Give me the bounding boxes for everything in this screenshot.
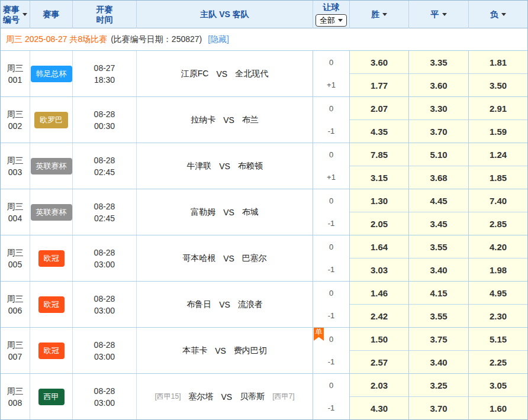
lose-odds-column: 7.40 2.85	[468, 189, 527, 235]
win-odds-line-1[interactable]: 7.85	[350, 143, 408, 166]
win-odds-column: 1.50 2.57	[349, 328, 408, 373]
draw-odds-line-1[interactable]: 4.45	[409, 189, 468, 212]
handicap-cell: 0 -1	[313, 374, 349, 419]
match-rows: 周三 001 韩足总杯 08-27 18:30 江原FC VS 全北现代 0 +…	[1, 50, 527, 419]
draw-odds-line-2[interactable]: 3.45	[409, 212, 468, 235]
draw-odds-line-2[interactable]: 3.55	[409, 304, 468, 327]
match-row: 周三 005 欧冠 08-28 03:00 哥本哈根 VS 巴塞尔 0 -1 1…	[1, 235, 527, 281]
draw-odds-line-1[interactable]: 3.75	[409, 328, 468, 350]
win-odds-line-2[interactable]: 2.57	[350, 350, 408, 373]
lose-odds-line-1[interactable]: 1.81	[469, 51, 527, 73]
win-odds-line-1[interactable]: 1.46	[350, 282, 408, 304]
start-time-cell: 08-27 18:30	[72, 51, 136, 96]
header-draw[interactable]: 平	[408, 1, 468, 28]
match-day: 周三	[7, 385, 24, 397]
handicap-cell: 0 -1	[313, 189, 349, 235]
draw-odds-line-1[interactable]: 3.30	[409, 97, 468, 119]
league-badge: 欧冠	[38, 296, 65, 313]
match-time: 03:00	[94, 351, 115, 363]
match-date: 08-28	[94, 201, 115, 212]
draw-odds-line-1[interactable]: 3.25	[409, 374, 468, 396]
lose-odds-line-1[interactable]: 2.91	[469, 97, 527, 119]
match-date: 08-28	[94, 293, 115, 305]
win-odds-line-1[interactable]: 1.50	[350, 328, 408, 350]
win-odds-line-1[interactable]: 2.03	[350, 374, 408, 396]
match-day: 周三	[7, 201, 24, 212]
draw-odds-line-2[interactable]: 3.70	[409, 396, 468, 419]
draw-odds-line-2[interactable]: 3.60	[409, 73, 468, 96]
win-odds-line-1[interactable]: 1.30	[350, 189, 408, 212]
lose-odds-line-2[interactable]: 1.59	[469, 119, 527, 143]
handicap-cell: 0 +1	[313, 143, 349, 189]
match-row: 周三 003 英联赛杯 08-28 02:45 牛津联 VS 布赖顿 0 +1 …	[1, 143, 527, 189]
match-day: 周三	[7, 62, 24, 74]
draw-odds-line-1[interactable]: 3.55	[409, 235, 468, 258]
teams-cell: 布鲁日 VS 流浪者	[136, 282, 313, 327]
lose-odds-line-2[interactable]: 1.85	[469, 166, 527, 189]
header-teams: 主队 VS 客队	[136, 1, 313, 28]
header-win[interactable]: 胜	[349, 1, 408, 28]
lose-odds-line-1[interactable]: 4.20	[469, 235, 527, 258]
match-time: 00:30	[94, 120, 115, 132]
draw-odds-line-1[interactable]: 3.35	[409, 51, 468, 73]
hide-link[interactable]: [隐藏]	[208, 34, 229, 45]
vs-label: VS	[223, 208, 234, 217]
lose-odds-line-2[interactable]: 1.98	[469, 258, 527, 281]
draw-odds-line-1[interactable]: 5.10	[409, 143, 468, 166]
vs-label: VS	[221, 392, 232, 402]
lose-odds-line-1[interactable]: 7.40	[469, 189, 527, 212]
match-number: 003	[8, 166, 22, 178]
win-odds-line-2[interactable]: 1.77	[350, 73, 408, 96]
lose-odds-line-2[interactable]: 2.25	[469, 350, 527, 373]
win-odds-column: 3.60 1.77	[349, 51, 408, 96]
match-number: 008	[8, 397, 22, 409]
start-time-cell: 08-28 03:00	[72, 328, 136, 373]
win-odds-line-2[interactable]: 2.42	[350, 304, 408, 327]
lose-odds-line-2[interactable]: 2.85	[469, 212, 527, 235]
header-start-time-line1: 开赛	[96, 5, 113, 15]
match-time: 02:45	[94, 212, 115, 224]
match-number-cell: 周三 004	[1, 189, 30, 235]
draw-odds-line-2[interactable]: 3.68	[409, 166, 468, 189]
win-odds-line-2[interactable]: 4.30	[350, 396, 408, 419]
match-date: 08-27	[94, 62, 115, 74]
handicap-cell: 0 -1	[313, 235, 349, 281]
lose-odds-line-1[interactable]: 5.15	[469, 328, 527, 350]
handicap-filter-select[interactable]: 全部	[315, 14, 347, 27]
vs-label: VS	[223, 254, 234, 263]
away-team: 全北现代	[235, 69, 268, 79]
header-league: 赛事	[30, 1, 72, 28]
header-lose[interactable]: 负	[468, 1, 527, 28]
lose-odds-line-2[interactable]: 3.50	[469, 73, 527, 96]
win-odds-line-1[interactable]: 2.07	[350, 97, 408, 119]
win-odds-line-2[interactable]: 2.05	[350, 212, 408, 235]
draw-odds-line-2[interactable]: 3.40	[409, 350, 468, 373]
league-badge: 英联赛杯	[31, 204, 72, 221]
date-summary-bar: 周三 2025-08-27 共8场比赛 (比赛编号日期：250827) [隐藏]	[1, 28, 527, 50]
lose-odds-line-1[interactable]: 3.05	[469, 374, 527, 396]
draw-odds-line-1[interactable]: 4.15	[409, 282, 468, 304]
win-odds-column: 1.64 3.03	[349, 235, 408, 281]
win-odds-column: 7.85 3.15	[349, 143, 408, 189]
match-date: 08-28	[94, 339, 115, 351]
win-odds-line-2[interactable]: 4.35	[350, 119, 408, 143]
odds-table-page: 赛事 编号 赛事 开赛 时间 主队 VS 客队 让球 全部 胜	[0, 0, 528, 420]
header-match-number[interactable]: 赛事 编号	[1, 1, 30, 28]
lose-odds-line-1[interactable]: 4.95	[469, 282, 527, 304]
handicap-line-2: -1	[313, 259, 349, 282]
lose-odds-line-2[interactable]: 2.30	[469, 304, 527, 327]
league-cell: 欧罗巴	[30, 97, 72, 143]
win-odds-line-1[interactable]: 1.64	[350, 235, 408, 258]
win-odds-line-2[interactable]: 3.03	[350, 258, 408, 281]
draw-odds-line-2[interactable]: 3.70	[409, 119, 468, 143]
draw-odds-line-2[interactable]: 3.40	[409, 258, 468, 281]
lose-odds-column: 3.05 1.60	[468, 374, 527, 419]
draw-odds-column: 3.75 3.40	[408, 328, 468, 373]
win-odds-line-1[interactable]: 3.60	[350, 51, 408, 73]
match-day: 周三	[7, 247, 24, 259]
league-badge: 欧罗巴	[34, 112, 68, 128]
match-number: 007	[8, 351, 22, 363]
lose-odds-line-2[interactable]: 1.60	[469, 396, 527, 419]
win-odds-line-2[interactable]: 3.15	[350, 166, 408, 189]
lose-odds-line-1[interactable]: 1.24	[469, 143, 527, 166]
